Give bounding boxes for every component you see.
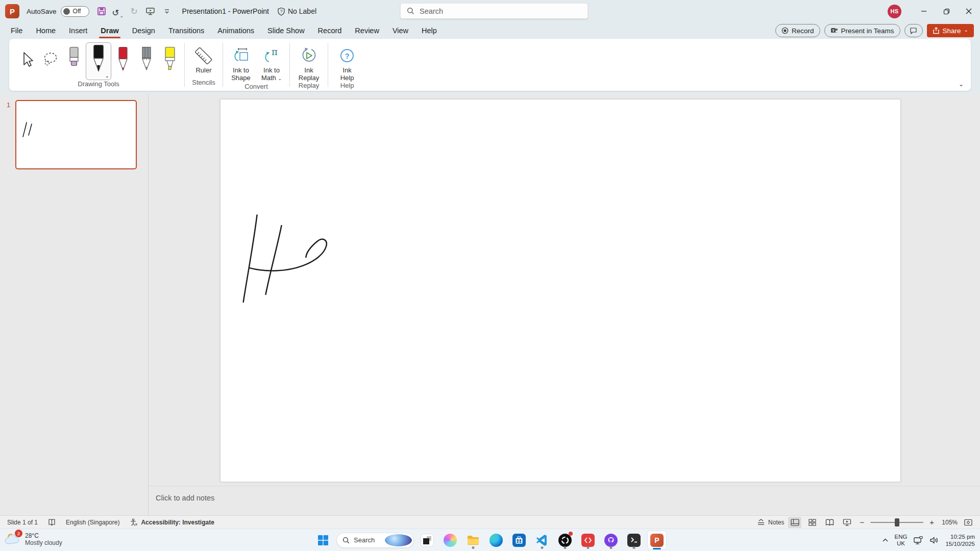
ink-replay-button[interactable]: Ink Replay bbox=[292, 42, 325, 82]
taskbar-app-contrast-squares[interactable] bbox=[418, 531, 437, 550]
sensitivity-label[interactable]: ? No Label bbox=[277, 7, 316, 16]
file-explorer-icon bbox=[467, 534, 480, 547]
reading-view-button[interactable] bbox=[823, 517, 836, 528]
ink-to-shape-button[interactable]: Ink to Shape bbox=[226, 42, 256, 82]
taskbar-red-app[interactable] bbox=[578, 531, 598, 550]
autosave-control: AutoSave Off bbox=[27, 6, 89, 17]
tab-slide-show[interactable]: Slide Show bbox=[261, 22, 311, 39]
slide-canvas[interactable] bbox=[220, 99, 901, 482]
restore-button[interactable] bbox=[935, 0, 958, 22]
collapse-ribbon-button[interactable]: ⌄ bbox=[959, 81, 964, 88]
svg-text:?: ? bbox=[280, 9, 283, 14]
minimize-button[interactable] bbox=[913, 0, 935, 22]
notes-area[interactable]: Click to add notes bbox=[149, 486, 980, 515]
taskbar-terminal[interactable] bbox=[624, 531, 644, 550]
black-pen-tool-selected[interactable]: ⌄ bbox=[86, 42, 111, 80]
group-replay: Ink Replay Replay bbox=[292, 39, 325, 91]
vscode-icon bbox=[536, 534, 548, 546]
slide-thumbnail[interactable] bbox=[15, 100, 137, 169]
taskbar-edge[interactable] bbox=[486, 531, 506, 550]
lasso-icon bbox=[42, 52, 59, 68]
running-indicator bbox=[587, 546, 590, 549]
taskbar-microsoft-store[interactable] bbox=[509, 531, 529, 550]
select-tool-button[interactable] bbox=[15, 42, 39, 77]
tab-animations[interactable]: Animations bbox=[211, 22, 261, 39]
taskbar-powerpoint[interactable]: P bbox=[647, 531, 667, 550]
taskbar-vscode[interactable] bbox=[532, 531, 552, 550]
normal-view-button[interactable] bbox=[788, 517, 801, 528]
tab-transitions[interactable]: Transitions bbox=[162, 22, 211, 39]
taskbar-copilot[interactable] bbox=[440, 531, 460, 550]
language-indicator[interactable]: English (Singapore) bbox=[66, 519, 119, 526]
slide-sorter-view-button[interactable] bbox=[805, 517, 819, 528]
svg-text:?: ? bbox=[345, 52, 349, 60]
taskbar-obs[interactable] bbox=[555, 531, 575, 550]
tab-insert[interactable]: Insert bbox=[62, 22, 94, 39]
lasso-select-button[interactable] bbox=[39, 42, 62, 77]
ruler-button[interactable]: Ruler bbox=[187, 42, 220, 74]
slide-indicator[interactable]: Slide 1 of 1 bbox=[7, 519, 38, 526]
search-box[interactable]: Search bbox=[400, 3, 588, 19]
present-in-teams-button[interactable]: T Present in Teams bbox=[824, 24, 900, 37]
save-button[interactable] bbox=[94, 4, 109, 18]
customize-qat-button[interactable] bbox=[160, 4, 174, 18]
powerpoint-window: P AutoSave Off ↺ ⌄ ↻ bbox=[0, 0, 980, 551]
language-switcher[interactable]: ENG UK bbox=[895, 534, 908, 547]
autosave-label: AutoSave bbox=[27, 8, 57, 15]
obs-icon bbox=[561, 536, 569, 544]
clock[interactable]: 10:25 pm 15/10/2025 bbox=[945, 533, 975, 547]
running-indicator bbox=[610, 546, 612, 549]
volume-button[interactable] bbox=[929, 536, 939, 544]
tab-draw[interactable]: Draw bbox=[94, 22, 125, 39]
redo-button[interactable]: ↻ bbox=[127, 4, 141, 18]
zoom-slider-handle[interactable] bbox=[895, 518, 899, 527]
group-label-replay: Replay bbox=[292, 82, 325, 91]
taskbar-github-desktop[interactable] bbox=[601, 531, 621, 550]
group-label-help: Help bbox=[331, 82, 363, 91]
ink-help-button[interactable]: ? Ink Help bbox=[331, 42, 363, 82]
tab-design[interactable]: Design bbox=[126, 22, 162, 39]
user-avatar[interactable]: HS bbox=[888, 5, 901, 18]
tab-record[interactable]: Record bbox=[311, 22, 349, 39]
ink-help-label: Ink Help bbox=[338, 66, 356, 82]
running-indicator bbox=[541, 546, 544, 549]
fit-slide-to-window-button[interactable] bbox=[962, 517, 975, 528]
slideshow-view-button[interactable] bbox=[840, 517, 853, 528]
eraser-tool-button[interactable] bbox=[62, 42, 86, 77]
notes-placeholder: Click to add notes bbox=[156, 494, 214, 502]
tab-view[interactable]: View bbox=[386, 22, 415, 39]
zoom-in-button[interactable]: + bbox=[927, 518, 936, 527]
share-button[interactable]: Share ⌄ bbox=[927, 24, 974, 37]
pencil-tool-button[interactable] bbox=[135, 42, 158, 77]
comments-button[interactable] bbox=[904, 24, 923, 37]
network-button[interactable] bbox=[913, 536, 923, 545]
tab-help[interactable]: Help bbox=[415, 22, 444, 39]
tab-file[interactable]: File bbox=[4, 22, 29, 39]
taskbar-search[interactable]: Search bbox=[336, 533, 414, 548]
taskbar-file-explorer[interactable] bbox=[463, 531, 483, 550]
close-button[interactable] bbox=[958, 0, 980, 22]
chevron-up-icon bbox=[882, 538, 889, 542]
edge-icon bbox=[489, 534, 503, 547]
autosave-toggle[interactable]: Off bbox=[61, 6, 89, 17]
record-button[interactable]: Record bbox=[775, 24, 820, 37]
notes-toggle-button[interactable]: Notes bbox=[757, 519, 784, 526]
undo-button[interactable]: ↺ ⌄ bbox=[111, 4, 125, 18]
thumbnail-panel-divider[interactable] bbox=[148, 94, 149, 515]
show-hidden-icons-button[interactable] bbox=[882, 538, 889, 542]
network-icon bbox=[913, 536, 923, 545]
powerpoint-app-icon[interactable]: P bbox=[5, 4, 19, 18]
zoom-slider[interactable] bbox=[870, 522, 923, 523]
start-button[interactable] bbox=[313, 531, 333, 550]
tab-review[interactable]: Review bbox=[348, 22, 386, 39]
zoom-level[interactable]: 105% bbox=[940, 519, 958, 526]
red-pen-tool-button[interactable] bbox=[111, 42, 135, 77]
tab-home[interactable]: Home bbox=[29, 22, 62, 39]
ink-to-math-button[interactable]: π Ink to Math ⌄ bbox=[256, 42, 287, 83]
accessibility-checker[interactable]: Accessibility: Investigate bbox=[130, 518, 214, 526]
ink-to-shape-label: Ink to Shape bbox=[229, 66, 253, 82]
start-slideshow-button[interactable] bbox=[143, 4, 158, 18]
spell-check-button[interactable] bbox=[48, 518, 56, 526]
zoom-out-button[interactable]: − bbox=[857, 518, 866, 527]
highlighter-tool-button[interactable] bbox=[158, 42, 182, 77]
